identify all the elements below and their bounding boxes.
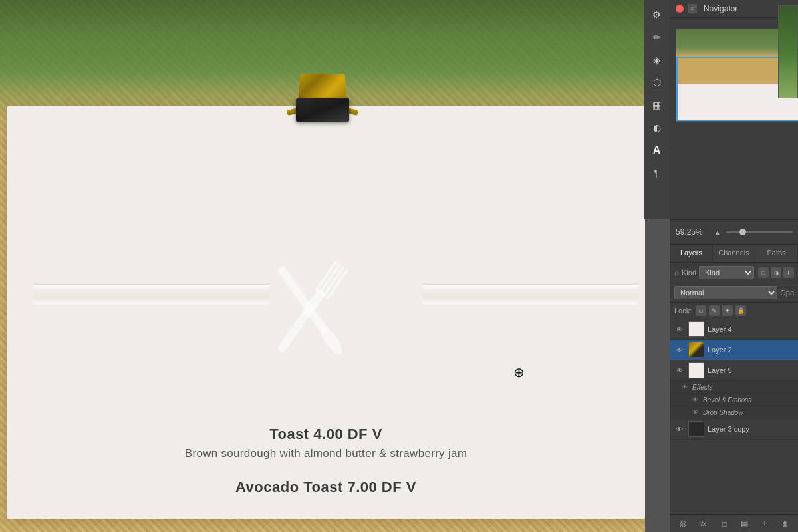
- navigator-title: Navigator: [704, 4, 737, 13]
- zoom-up-button[interactable]: ▲: [714, 229, 721, 236]
- effects-visibility-toggle[interactable]: 👁: [680, 382, 689, 392]
- link-layers-button[interactable]: ⛓: [677, 517, 689, 529]
- effects-label: Effects: [692, 384, 713, 391]
- new-group-button[interactable]: ▤: [738, 517, 750, 529]
- layer-row[interactable]: 👁 Layer 4: [670, 319, 798, 340]
- tools-panel: ⚙ ✏ ◈ ⬡ ▦ ◐ A ¶: [644, 0, 670, 219]
- tool-dodge[interactable]: ◐: [648, 118, 666, 137]
- menu-card: Toast 4.00 DF V Brown sourdough with alm…: [7, 106, 645, 519]
- filter-row: ⌕ Kind Kind □ ◑ T: [670, 263, 798, 283]
- layer-thumbnail: [688, 321, 704, 337]
- lock-position-button[interactable]: ✎: [709, 305, 720, 316]
- opacity-label: Opa: [780, 289, 794, 297]
- zoom-slider[interactable]: [726, 231, 793, 233]
- layer-thumbnail: [688, 362, 704, 378]
- lock-icons: □ ✎ ✦ 🔒: [696, 305, 746, 316]
- tab-channels[interactable]: Channels: [713, 245, 755, 262]
- effect-row[interactable]: 👁 Drop Shadow: [670, 406, 798, 419]
- layer-visibility-toggle[interactable]: 👁: [674, 365, 685, 376]
- add-fx-button[interactable]: fx: [698, 517, 710, 529]
- new-layer-button[interactable]: +: [759, 517, 771, 529]
- delete-layer-button[interactable]: 🗑: [779, 517, 791, 529]
- utensils-icon: [239, 236, 386, 382]
- menu-item-1-desc: Brown sourdough with almond butter & str…: [33, 447, 618, 460]
- lock-row: Lock: □ ✎ ✦ 🔒: [670, 303, 798, 319]
- blend-mode-row: Normal Opa: [670, 283, 798, 303]
- menu-item-2-title: Avocado Toast 7.00 DF V: [33, 479, 618, 496]
- tool-eraser[interactable]: ◈: [648, 51, 666, 69]
- effects-row[interactable]: 👁 Effects: [670, 381, 798, 394]
- nav-thumb-side: [778, 5, 798, 98]
- panel-close-button[interactable]: [676, 5, 684, 13]
- lock-pixels-button[interactable]: □: [696, 305, 706, 316]
- adjust-filter-icon[interactable]: ◑: [771, 267, 781, 278]
- menu-item-1-title: Toast 4.00 DF V: [33, 426, 618, 443]
- layer-visibility-toggle[interactable]: 👁: [674, 344, 685, 355]
- lock-label: Lock:: [674, 307, 692, 315]
- effect-visibility-toggle[interactable]: 👁: [690, 408, 700, 417]
- canvas-area: Toast 4.00 DF V Brown sourdough with alm…: [0, 0, 645, 532]
- tool-paragraph[interactable]: ¶: [648, 164, 666, 182]
- tool-levels[interactable]: ▦: [648, 96, 666, 114]
- clip-body: [296, 98, 349, 122]
- effect-name: Drop Shadow: [703, 409, 743, 416]
- kind-label: Kind: [682, 269, 696, 277]
- layer-visibility-toggle[interactable]: 👁: [674, 424, 685, 434]
- layer-name: Layer 4: [708, 325, 794, 333]
- lock-all-button[interactable]: 🔒: [735, 305, 746, 316]
- navigator-thumbnail-container: [670, 18, 798, 132]
- kind-select[interactable]: Kind: [699, 266, 754, 279]
- tool-type[interactable]: A: [648, 141, 666, 160]
- emboss-bar-right: [422, 285, 638, 303]
- zoom-bar: 59.25% ▲: [670, 219, 798, 245]
- layer-visibility-toggle[interactable]: 👁: [674, 324, 685, 334]
- layers-panel: Layers Channels Paths ⌕ Kind Kind □ ◑ T …: [670, 245, 798, 532]
- navigator-panel: ≡ Navigator: [670, 0, 798, 219]
- blend-mode-select[interactable]: Normal: [674, 286, 777, 299]
- zoom-value: 59.25%: [676, 227, 709, 237]
- tab-paths[interactable]: Paths: [755, 245, 798, 262]
- layer-row[interactable]: 👁 Layer 2: [670, 340, 798, 360]
- tab-layers[interactable]: Layers: [670, 245, 713, 262]
- svg-rect-5: [322, 265, 345, 297]
- layer-row[interactable]: 👁 Layer 5: [670, 360, 798, 381]
- emboss-bar-left: [33, 285, 269, 303]
- tool-brush[interactable]: ✏: [648, 28, 666, 47]
- layer-name: Layer 2: [708, 346, 794, 354]
- svg-rect-2: [277, 305, 314, 353]
- search-icon: ⌕: [674, 268, 679, 277]
- panel-expand-button[interactable]: ≡: [688, 4, 697, 13]
- effect-row[interactable]: 👁 Bevel & Emboss: [670, 394, 798, 406]
- zoom-slider-handle[interactable]: [739, 229, 746, 235]
- layer-name: Layer 5: [708, 366, 794, 374]
- layer-name: Layer 3 copy: [708, 425, 794, 433]
- lock-move-button[interactable]: ✦: [722, 305, 733, 316]
- tool-select[interactable]: ⬡: [648, 73, 666, 92]
- binder-clip: [286, 73, 359, 140]
- pixel-filter-icon[interactable]: □: [758, 267, 769, 278]
- layer-row[interactable]: 👁 Layer 3 copy: [670, 419, 798, 440]
- layer-thumbnail: [688, 342, 704, 358]
- layers-tabs: Layers Channels Paths: [670, 245, 798, 263]
- kind-filter-icons: □ ◑ T: [758, 267, 794, 278]
- svg-point-1: [317, 324, 346, 358]
- layer-thumbnail: [688, 421, 704, 437]
- card-text-area: Toast 4.00 DF V Brown sourdough with alm…: [33, 426, 618, 496]
- layer-list[interactable]: 👁 Layer 4 👁 Layer 2 👁 Layer 5 👁 Effects …: [670, 319, 798, 514]
- type-filter-icon[interactable]: T: [783, 267, 794, 278]
- effect-name: Bevel & Emboss: [703, 396, 751, 404]
- add-mask-button[interactable]: ◻: [718, 517, 730, 529]
- layers-bottom-toolbar: ⛓ fx ◻ ▤ + 🗑: [670, 514, 798, 532]
- effect-visibility-toggle[interactable]: 👁: [690, 395, 700, 404]
- tool-options[interactable]: ⚙: [648, 5, 666, 24]
- svg-rect-4: [319, 263, 342, 294]
